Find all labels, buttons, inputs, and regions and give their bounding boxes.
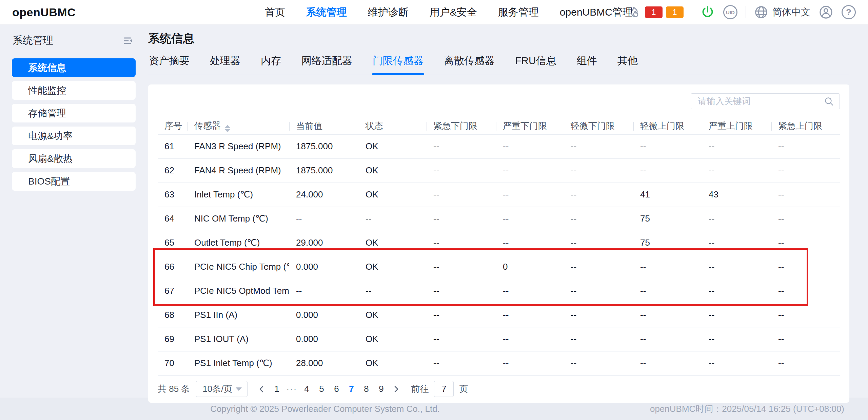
tab-discrete-sensor[interactable]: 离散传感器 bbox=[443, 54, 495, 75]
tab-fru-info[interactable]: FRU信息 bbox=[514, 54, 557, 75]
sidebar-item-performance-monitor[interactable]: 性能监控 bbox=[12, 81, 136, 100]
sidebar-collapse-icon[interactable] bbox=[123, 35, 134, 46]
language-label: 简体中文 bbox=[772, 6, 810, 19]
table-cell: 43 bbox=[702, 183, 771, 207]
topbar: openUBMC 首页系统管理维护诊断用户&安全服务管理openUBMC管理 1… bbox=[0, 0, 868, 25]
page-button-9[interactable]: 9 bbox=[374, 381, 389, 397]
table-cell: -- bbox=[702, 207, 771, 231]
table-cell: -- bbox=[633, 351, 702, 375]
page-buttons: 1···456789 bbox=[269, 381, 389, 397]
help-icon[interactable]: ? bbox=[842, 5, 856, 19]
table-row: 67PCIe NIC5 OptMod Temp (℃)-------------… bbox=[158, 279, 840, 303]
table-row: 65Outlet Temp (℃)29.000OK------75---- bbox=[158, 231, 840, 255]
copyright-text: Copyright © 2025 Powerleader Computer Sy… bbox=[0, 404, 650, 414]
table-cell: OK bbox=[359, 303, 427, 327]
table-cell: -- bbox=[564, 231, 633, 255]
language-switcher[interactable]: 简体中文 bbox=[754, 5, 810, 19]
tab-component[interactable]: 组件 bbox=[576, 54, 598, 75]
nav-item-user-security[interactable]: 用户&安全 bbox=[430, 5, 477, 19]
table-cell: Outlet Temp (℃) bbox=[188, 231, 289, 255]
table-cell: NIC OM Temp (℃) bbox=[188, 207, 289, 231]
page-ellipsis: ··· bbox=[284, 381, 299, 397]
table-cell: 75 bbox=[633, 231, 702, 255]
sort-icon[interactable] bbox=[225, 125, 230, 132]
sidebar-title: 系统管理 bbox=[13, 34, 53, 47]
table-cell: -- bbox=[771, 327, 840, 351]
page-button-6[interactable]: 6 bbox=[329, 381, 344, 397]
sidebar-item-system-info[interactable]: 系统信息 bbox=[12, 58, 136, 77]
nav-item-system-management[interactable]: 系统管理 bbox=[306, 5, 347, 19]
critical-alarm-badge[interactable]: 1 bbox=[645, 6, 663, 18]
table-row: 69PS1 IOUT (A)0.000OK------------ bbox=[158, 327, 840, 351]
table-cell: -- bbox=[633, 255, 702, 279]
table-cell: -- bbox=[702, 255, 771, 279]
tab-network-adapter[interactable]: 网络适配器 bbox=[301, 54, 353, 75]
table-cell: -- bbox=[564, 255, 633, 279]
alarm-group[interactable]: 1 1 bbox=[629, 6, 684, 19]
table-cell: -- bbox=[564, 303, 633, 327]
table-cell: -- bbox=[702, 303, 771, 327]
page-size-select[interactable]: 10条/页 bbox=[196, 381, 248, 397]
table-cell: -- bbox=[771, 134, 840, 158]
table-cell: 61 bbox=[158, 134, 188, 158]
sensor-table-card: 序号传感器当前值状态紧急下门限严重下门限轻微下门限轻微上门限严重上门限紧急上门限… bbox=[148, 84, 849, 403]
column-header: 状态 bbox=[359, 118, 427, 134]
table-cell: 0.000 bbox=[289, 255, 359, 279]
table-cell: 75 bbox=[633, 207, 702, 231]
globe-icon bbox=[754, 5, 768, 19]
minor-alarm-badge[interactable]: 1 bbox=[666, 6, 684, 18]
nav-item-maintenance-diagnosis[interactable]: 维护诊断 bbox=[368, 5, 409, 19]
table-cell: -- bbox=[771, 183, 840, 207]
table-cell: PS1 IOUT (A) bbox=[188, 327, 289, 351]
table-cell: -- bbox=[427, 134, 496, 158]
power-icon[interactable] bbox=[700, 5, 715, 20]
table-cell: -- bbox=[359, 279, 427, 303]
tab-memory[interactable]: 内存 bbox=[260, 54, 282, 75]
table-body: 61FAN3 R Speed (RPM)1875.000OK----------… bbox=[158, 134, 840, 375]
user-icon[interactable] bbox=[818, 5, 833, 20]
page-button-1[interactable]: 1 bbox=[269, 381, 284, 397]
search-icon[interactable] bbox=[824, 96, 834, 107]
nav-item-openubmc-management[interactable]: openUBMC管理 bbox=[560, 5, 633, 19]
uid-icon[interactable]: UID bbox=[723, 5, 737, 19]
table-cell: -- bbox=[289, 279, 359, 303]
nav-item-service-management[interactable]: 服务管理 bbox=[498, 5, 539, 19]
tab-asset-summary[interactable]: 资产摘要 bbox=[148, 54, 190, 75]
column-header: 轻微下门限 bbox=[564, 118, 633, 134]
tab-other[interactable]: 其他 bbox=[617, 54, 638, 75]
table-cell: -- bbox=[633, 303, 702, 327]
goto-suffix: 页 bbox=[459, 383, 468, 395]
table-cell: 41 bbox=[633, 183, 702, 207]
table-cell: FAN4 R Speed (RPM) bbox=[188, 158, 289, 183]
table-cell: 62 bbox=[158, 158, 188, 183]
tab-processor[interactable]: 处理器 bbox=[209, 54, 241, 75]
prev-page-button[interactable] bbox=[254, 381, 269, 397]
table-cell: PS1 Inlet Temp (℃) bbox=[188, 351, 289, 375]
table-cell: OK bbox=[359, 255, 427, 279]
table-cell: -- bbox=[771, 279, 840, 303]
topbar-divider bbox=[746, 6, 746, 18]
nav-item-home[interactable]: 首页 bbox=[265, 5, 285, 19]
sidebar-item-storage-management[interactable]: 存储管理 bbox=[12, 104, 136, 122]
table-cell: -- bbox=[771, 255, 840, 279]
sidebar-item-power[interactable]: 电源&功率 bbox=[12, 127, 136, 145]
table-cell: -- bbox=[702, 231, 771, 255]
page-button-8[interactable]: 8 bbox=[359, 381, 374, 397]
page-button-5[interactable]: 5 bbox=[314, 381, 329, 397]
tab-threshold-sensor[interactable]: 门限传感器 bbox=[372, 54, 424, 75]
column-header[interactable]: 传感器 bbox=[188, 118, 289, 134]
page-button-7[interactable]: 7 bbox=[344, 381, 359, 397]
topbar-right: 1 1 UID 简体中文 bbox=[629, 5, 856, 20]
table-cell: 29.000 bbox=[289, 231, 359, 255]
sidebar-item-fan-cooling[interactable]: 风扇&散热 bbox=[12, 149, 136, 168]
page-button-4[interactable]: 4 bbox=[299, 381, 314, 397]
table-cell: OK bbox=[359, 231, 427, 255]
table-cell: -- bbox=[771, 351, 840, 375]
search-input[interactable] bbox=[698, 96, 824, 107]
next-page-button[interactable] bbox=[389, 381, 403, 397]
table-cell: 24.000 bbox=[289, 183, 359, 207]
pagination: 共 85 条 10条/页 1···456789 bbox=[158, 381, 840, 397]
table-cell: -- bbox=[564, 158, 633, 183]
sidebar-item-bios-config[interactable]: BIOS配置 bbox=[12, 172, 136, 191]
goto-page-input[interactable] bbox=[434, 381, 454, 397]
